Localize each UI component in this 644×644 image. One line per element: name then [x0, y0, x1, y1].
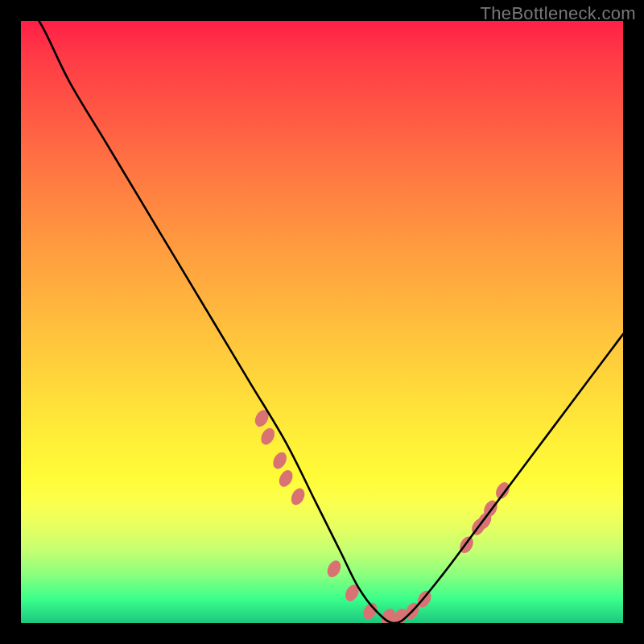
chart-marker	[481, 498, 501, 519]
chart-marker-layer	[252, 407, 512, 623]
chart-marker	[258, 426, 278, 447]
chart-marker	[361, 601, 380, 621]
chart-marker	[276, 468, 295, 489]
chart-curve	[21, 21, 623, 623]
chart-marker	[270, 450, 290, 471]
watermark-text: TheBottleneck.com	[481, 3, 636, 24]
chart-marker	[493, 480, 513, 501]
chart-marker	[252, 407, 271, 428]
chart-marker	[475, 510, 494, 531]
chart-marker	[415, 588, 434, 609]
chart-marker	[402, 601, 422, 621]
chart-marker	[343, 582, 362, 603]
chart-marker	[469, 516, 489, 537]
chart-plot-area	[21, 21, 623, 623]
chart-marker	[378, 606, 398, 623]
chart-svg	[21, 21, 623, 623]
chart-marker	[324, 558, 344, 579]
chart-marker	[457, 535, 477, 555]
chart-marker	[390, 606, 410, 623]
chart-marker	[288, 486, 308, 507]
